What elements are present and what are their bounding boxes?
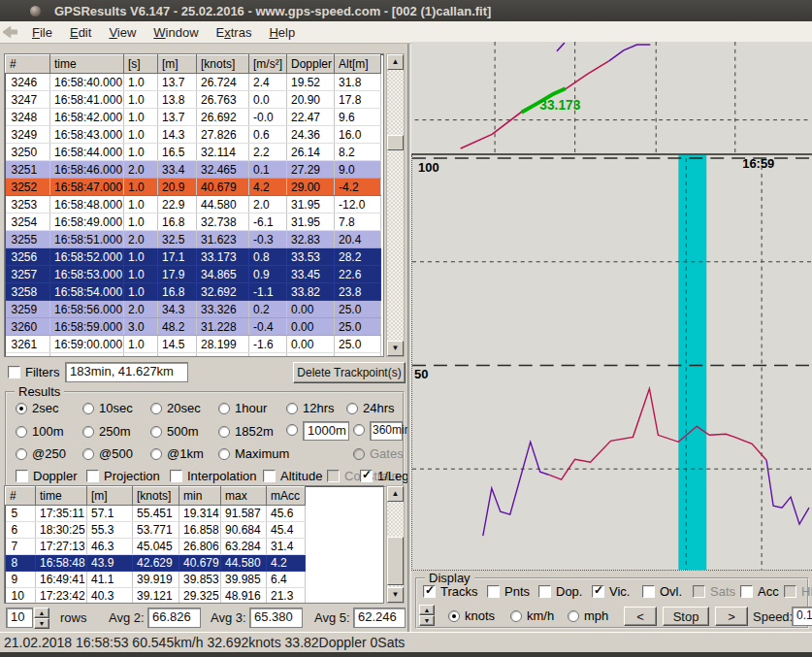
checkbox-box[interactable]	[487, 585, 500, 598]
radio-button[interactable]	[448, 610, 460, 622]
scroll-up-arrow[interactable]: ▲	[387, 486, 404, 502]
radio-button[interactable]	[150, 448, 162, 460]
radio-button[interactable]	[346, 403, 358, 414]
menu-edit[interactable]: Edit	[61, 23, 100, 42]
table-row[interactable]: 325316:58:48.0001.022.944.5802.031.95-12…	[6, 196, 381, 214]
col-header[interactable]: [m]	[158, 55, 197, 74]
acc-checkbox[interactable]: Acc	[740, 584, 779, 599]
radio-1852m[interactable]: 1852m	[218, 424, 274, 439]
table-row[interactable]: 326216:59:01.0001.013.626.517-0.90.0025.…	[6, 353, 381, 358]
scroll-thumb[interactable]	[387, 135, 404, 150]
checkbox-box[interactable]	[538, 585, 551, 598]
checkbox-box[interactable]	[360, 470, 373, 482]
col-header[interactable]: Alt[m]	[335, 55, 381, 74]
radio-at500[interactable]: @500	[82, 446, 133, 461]
table-row[interactable]: 326016:58:59.0003.048.231.228-0.40.0025.…	[6, 318, 381, 336]
checkbox-box[interactable]	[16, 470, 28, 482]
checkbox-box[interactable]	[86, 470, 99, 482]
interpolation-checkbox[interactable]: Interpolation	[170, 469, 257, 483]
checkbox-box[interactable]	[592, 585, 604, 598]
custom-time-input[interactable]: 360min	[370, 421, 403, 441]
delete-trackpoints-button[interactable]: Delete Trackpoint(s)	[293, 362, 406, 383]
col-header[interactable]: [m/s²]	[249, 55, 287, 74]
replay-back-button[interactable]: <	[624, 607, 657, 626]
tracks-checkbox[interactable]: Tracks	[423, 584, 478, 599]
col-header[interactable]: #	[6, 55, 50, 74]
trackpoint-scrollbar[interactable]: ▲ ▼	[386, 53, 405, 357]
graph-zoom-spinner[interactable]: ▲ ▼	[419, 605, 435, 626]
radio-button[interactable]	[510, 610, 522, 622]
mdi-child-icon[interactable]	[3, 26, 17, 39]
col-header[interactable]: [s]	[124, 55, 158, 74]
checkbox-box[interactable]	[170, 470, 182, 482]
table-row[interactable]: 325816:58:54.0001.016.832.692-1.133.8223…	[6, 283, 381, 301]
radio-12hrs[interactable]: 12hrs	[286, 401, 335, 415]
vic-checkbox[interactable]: Vic.	[592, 584, 630, 599]
menu-extras[interactable]: Extras	[208, 23, 261, 42]
menu-file[interactable]: File	[23, 23, 61, 42]
radio-button[interactable]	[16, 403, 27, 414]
projection-checkbox[interactable]: Projection	[86, 469, 160, 483]
radio-button[interactable]	[218, 426, 230, 438]
units-knots-radio[interactable]: knots	[448, 608, 495, 623]
radio-button[interactable]	[353, 424, 365, 436]
col-header[interactable]: Doppler	[287, 55, 335, 74]
pnts-checkbox[interactable]: Pnts	[487, 584, 530, 599]
table-row[interactable]: 618:30:2555.353.77116.85890.68445.4	[6, 522, 306, 539]
results-header-row[interactable]: # time [m] [knots] min max mAcc	[6, 487, 306, 506]
radio-100m[interactable]: 100m	[16, 424, 64, 439]
track-map[interactable]: 33.173	[411, 42, 812, 155]
rows-count-field[interactable]: 10	[6, 608, 33, 628]
doppler-checkbox[interactable]: Doppler	[16, 469, 78, 483]
dop-checkbox[interactable]: Dop.	[538, 584, 582, 599]
units-mph-radio[interactable]: mph	[568, 608, 608, 623]
replay-forward-button[interactable]: >	[715, 607, 748, 626]
radio-button[interactable]	[568, 610, 579, 622]
col-header[interactable]: time	[50, 55, 124, 74]
checkbox-box[interactable]	[642, 585, 655, 598]
table-row[interactable]: 324816:58:42.0001.013.726.692-0.022.479.…	[6, 109, 381, 126]
table-row[interactable]: 326116:59:00.0001.014.528.199-1.60.0025.…	[6, 336, 381, 353]
checkbox-box[interactable]	[423, 585, 436, 598]
col-header[interactable]: [knots]	[133, 487, 179, 506]
rows-spinner[interactable]: ▲ ▼	[34, 608, 49, 629]
scroll-down-arrow[interactable]: ▼	[387, 341, 404, 356]
table-row[interactable]: 325016:58:44.0001.016.532.1142.226.148.2	[6, 144, 381, 161]
spin-up-icon[interactable]: ▲	[34, 608, 49, 618]
col-header[interactable]: [m]	[87, 487, 133, 506]
radio-at250[interactable]: @250	[16, 446, 66, 461]
checkbox-box[interactable]	[263, 470, 276, 482]
radio-250m[interactable]: 250m	[82, 424, 131, 439]
replay-stop-button[interactable]: Stop	[663, 607, 709, 626]
table-row[interactable]: 324716:58:41.0001.013.826.7630.020.9017.…	[6, 91, 381, 109]
col-header[interactable]: max	[221, 487, 267, 506]
table-row[interactable]: 916:49:4141.139.91939.85339.9856.4	[6, 572, 306, 588]
radio-24hrs[interactable]: 24hrs	[346, 401, 395, 415]
table-row[interactable]: 1017:23:4240.339.12129.32548.91621.3	[6, 588, 306, 605]
radio-button[interactable]	[82, 448, 94, 460]
table-row[interactable]: 517:35:1157.155.45119.31491.58745.6	[6, 506, 306, 522]
col-header[interactable]: #	[6, 487, 36, 506]
radio-maximum[interactable]: Maximum	[218, 446, 289, 461]
table-row[interactable]: 325216:58:47.0001.020.940.6794.229.00-4.…	[6, 179, 381, 196]
radio-button[interactable]	[150, 426, 162, 438]
table-row[interactable]: 816:58:4843.942.62940.67944.5804.2	[6, 555, 306, 572]
checkbox-box[interactable]	[8, 366, 20, 378]
scroll-down-arrow[interactable]: ▼	[387, 587, 404, 603]
col-header[interactable]: min	[179, 487, 221, 506]
custom-distance-input[interactable]: 1000m	[303, 421, 349, 441]
results-scrollbar[interactable]: ▲ ▼	[386, 485, 405, 604]
radio-button[interactable]	[82, 403, 94, 414]
filters-summary-field[interactable]: 183min, 41.627km	[65, 362, 188, 382]
units-kmh-radio[interactable]: km/h	[510, 608, 554, 623]
spin-down-icon[interactable]: ▼	[419, 615, 435, 626]
table-row[interactable]: 325716:58:53.0001.017.934.8650.933.4522.…	[6, 266, 381, 283]
scroll-thumb[interactable]	[387, 537, 404, 585]
radio-button[interactable]	[16, 426, 27, 438]
window-menu-button[interactable]	[30, 6, 41, 16]
filters-checkbox[interactable]: Filters	[8, 365, 59, 379]
table-row[interactable]: 325416:58:49.0001.016.832.738-6.131.957.…	[6, 214, 381, 231]
radio-at1km[interactable]: @1km	[150, 446, 204, 461]
radio-button[interactable]	[16, 448, 27, 460]
spin-down-icon[interactable]: ▼	[34, 618, 49, 629]
